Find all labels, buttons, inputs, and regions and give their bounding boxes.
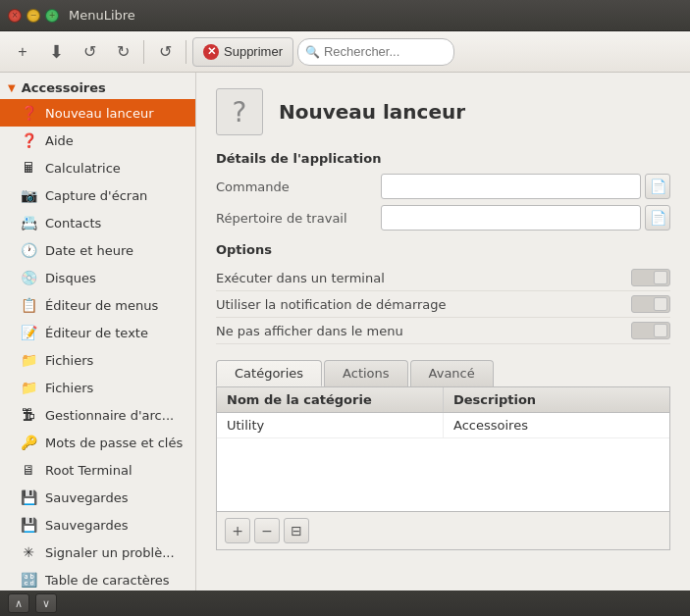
sidebar-item-label: Sauvegardes bbox=[45, 518, 129, 533]
window-title: MenuLibre bbox=[69, 8, 135, 23]
sidebar-item-label: Calculatrice bbox=[45, 161, 121, 176]
details-section-title: Détails de l'application bbox=[216, 151, 670, 166]
content-area: ? Nouveau lanceur Détails de l'applicati… bbox=[196, 73, 690, 590]
refresh-button[interactable]: ↺ bbox=[150, 37, 180, 67]
sidebar-item-editeur-texte[interactable]: 📝Éditeur de texte bbox=[0, 319, 195, 346]
sidebar-item-nouveau-lanceur[interactable]: ❓Nouveau lanceur bbox=[0, 99, 195, 127]
titlebar: × − + MenuLibre bbox=[0, 0, 690, 31]
arrow-icon: ▼ bbox=[8, 82, 16, 93]
col-header-nom: Nom de la catégorie bbox=[217, 387, 444, 412]
search-input[interactable] bbox=[297, 38, 454, 66]
delete-button[interactable]: ✕ Supprimer bbox=[192, 37, 293, 67]
sidebar-item-icon: 🖥 bbox=[20, 461, 37, 479]
statusbar: ∧ ∨ bbox=[0, 590, 690, 616]
sidebar-item-label: Éditeur de menus bbox=[45, 298, 158, 313]
sidebar-item-table-caracteres[interactable]: 🔡Table de caractères bbox=[0, 566, 195, 590]
table-remove-button[interactable]: − bbox=[254, 518, 280, 543]
sidebar-item-capture-ecran[interactable]: 📷Capture d'écran bbox=[0, 181, 195, 209]
toolbar-separator2 bbox=[186, 40, 186, 64]
sidebar-item-label: Root Terminal bbox=[45, 463, 133, 478]
sidebar-item-contacts[interactable]: 📇Contacts bbox=[0, 209, 195, 236]
commande-browse-button[interactable]: 📄 bbox=[645, 174, 670, 199]
table-panel: Nom de la catégorie Description UtilityA… bbox=[216, 387, 670, 550]
commande-input[interactable] bbox=[381, 174, 641, 199]
sidebar-item-label: Mots de passe et clés bbox=[45, 436, 183, 450]
sidebar-item-sauvegardes2[interactable]: 💾Sauvegardes bbox=[0, 511, 195, 539]
tab-actions[interactable]: Actions bbox=[324, 360, 408, 386]
repertoire-input[interactable] bbox=[381, 205, 641, 231]
sidebar-item-gestionnaire-arch[interactable]: 🗜Gestionnaire d'arc... bbox=[0, 401, 195, 429]
option-terminal-row: Exécuter dans un terminal bbox=[216, 265, 670, 291]
table-cell-nom: Utility bbox=[217, 413, 444, 437]
option-hide-label: Ne pas afficher dans le menu bbox=[216, 324, 631, 338]
sidebar-item-disques[interactable]: 💿Disques bbox=[0, 264, 195, 291]
app-icon[interactable]: ? bbox=[216, 88, 263, 135]
commande-row: Commande 📄 bbox=[216, 174, 670, 199]
sidebar-item-icon: 📝 bbox=[20, 324, 37, 341]
tab-avance[interactable]: Avancé bbox=[410, 360, 494, 386]
sidebar-item-label: Nouveau lanceur bbox=[45, 106, 154, 121]
repertoire-input-wrap: 📄 bbox=[381, 205, 670, 231]
search-wrap: 🔍 bbox=[297, 38, 454, 66]
main-area: ▼ Accessoires ❓Nouveau lanceur❓Aide🖩Calc… bbox=[0, 73, 690, 590]
option-hide-row: Ne pas afficher dans le menu bbox=[216, 318, 670, 344]
nav-down-button[interactable]: ∨ bbox=[35, 593, 57, 613]
sidebar-item-root-terminal[interactable]: 🖥Root Terminal bbox=[0, 456, 195, 484]
table-edit-button[interactable]: ⊟ bbox=[284, 518, 309, 543]
sidebar-item-icon: ❓ bbox=[20, 104, 37, 122]
table-header: Nom de la catégorie Description bbox=[217, 387, 669, 413]
table-add-button[interactable]: + bbox=[225, 518, 250, 543]
sidebar-item-icon: 🕐 bbox=[20, 241, 37, 259]
sidebar-header[interactable]: ▼ Accessoires bbox=[0, 77, 195, 99]
redo-button[interactable]: ↻ bbox=[108, 37, 137, 67]
repertoire-label: Répertoire de travail bbox=[216, 211, 373, 226]
add-button[interactable]: + bbox=[8, 37, 37, 67]
sidebar-item-icon: 📁 bbox=[20, 351, 37, 369]
option-notification-toggle[interactable] bbox=[631, 295, 670, 313]
sidebar-item-aide[interactable]: ❓Aide bbox=[0, 127, 195, 154]
table-row[interactable]: UtilityAccessoires bbox=[217, 413, 669, 438]
undo-button[interactable]: ↺ bbox=[75, 37, 104, 67]
maximize-button[interactable]: + bbox=[45, 9, 59, 23]
sidebar: ▼ Accessoires ❓Nouveau lanceur❓Aide🖩Calc… bbox=[0, 73, 196, 590]
sidebar-item-icon: 🔑 bbox=[20, 434, 37, 451]
option-terminal-toggle[interactable] bbox=[631, 269, 670, 286]
sidebar-item-fichiers1[interactable]: 📁Fichiers bbox=[0, 346, 195, 374]
minimize-button[interactable]: − bbox=[27, 9, 40, 23]
toggle-knob2 bbox=[654, 297, 667, 311]
sidebar-item-label: Disques bbox=[45, 271, 96, 285]
sidebar-item-editeur-menus[interactable]: 📋Éditeur de menus bbox=[0, 291, 195, 319]
sidebar-item-sauvegardes1[interactable]: 💾Sauvegardes bbox=[0, 484, 195, 511]
sidebar-item-icon: 💾 bbox=[20, 516, 37, 534]
option-hide-toggle[interactable] bbox=[631, 322, 670, 339]
app-header: ? Nouveau lanceur bbox=[216, 88, 670, 135]
search-icon: 🔍 bbox=[305, 45, 320, 59]
delete-icon: ✕ bbox=[203, 44, 219, 60]
sidebar-item-icon: ❓ bbox=[20, 131, 37, 149]
sidebar-item-date-heure[interactable]: 🕐Date et heure bbox=[0, 236, 195, 264]
nav-up-button[interactable]: ∧ bbox=[8, 593, 29, 613]
repertoire-browse-button[interactable]: 📄 bbox=[645, 205, 670, 231]
sidebar-item-icon: 📷 bbox=[20, 186, 37, 204]
sidebar-item-calculatrice[interactable]: 🖩Calculatrice bbox=[0, 154, 195, 181]
sidebar-item-label: Date et heure bbox=[45, 243, 133, 258]
save-button[interactable]: ⬇ bbox=[41, 37, 71, 67]
commande-input-wrap: 📄 bbox=[381, 174, 670, 199]
toolbar: + ⬇ ↺ ↻ ↺ ✕ Supprimer 🔍 bbox=[0, 31, 690, 73]
toggle-knob3 bbox=[654, 324, 667, 337]
sidebar-item-icon: ✳ bbox=[20, 543, 37, 561]
sidebar-item-icon: 💾 bbox=[20, 488, 37, 506]
sidebar-item-fichiers2[interactable]: 📁Fichiers bbox=[0, 374, 195, 401]
close-button[interactable]: × bbox=[8, 9, 22, 23]
col-header-desc: Description bbox=[444, 387, 669, 412]
tabs-section: CatégoriesActionsAvancé Nom de la catégo… bbox=[216, 360, 670, 550]
table-toolbar: + − ⊟ bbox=[217, 511, 669, 549]
repertoire-row: Répertoire de travail 📄 bbox=[216, 205, 670, 231]
commande-label: Commande bbox=[216, 180, 373, 194]
option-terminal-label: Exécuter dans un terminal bbox=[216, 271, 631, 285]
sidebar-item-mots-de-passe[interactable]: 🔑Mots de passe et clés bbox=[0, 429, 195, 456]
sidebar-item-icon: 📋 bbox=[20, 296, 37, 314]
sidebar-item-label: Éditeur de texte bbox=[45, 326, 148, 340]
tab-categories[interactable]: Catégories bbox=[216, 360, 322, 386]
sidebar-item-signaler-probleme[interactable]: ✳Signaler un problè... bbox=[0, 539, 195, 566]
